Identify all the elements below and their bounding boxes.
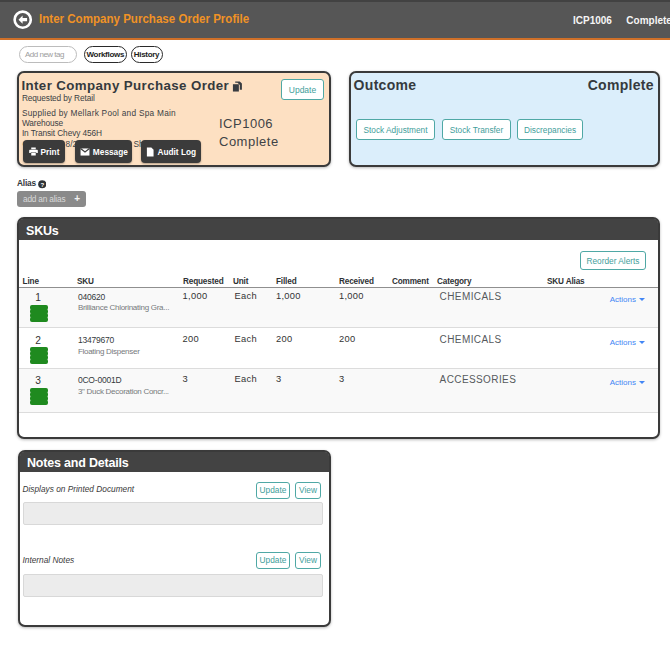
svg-text:?: ? xyxy=(40,181,44,188)
